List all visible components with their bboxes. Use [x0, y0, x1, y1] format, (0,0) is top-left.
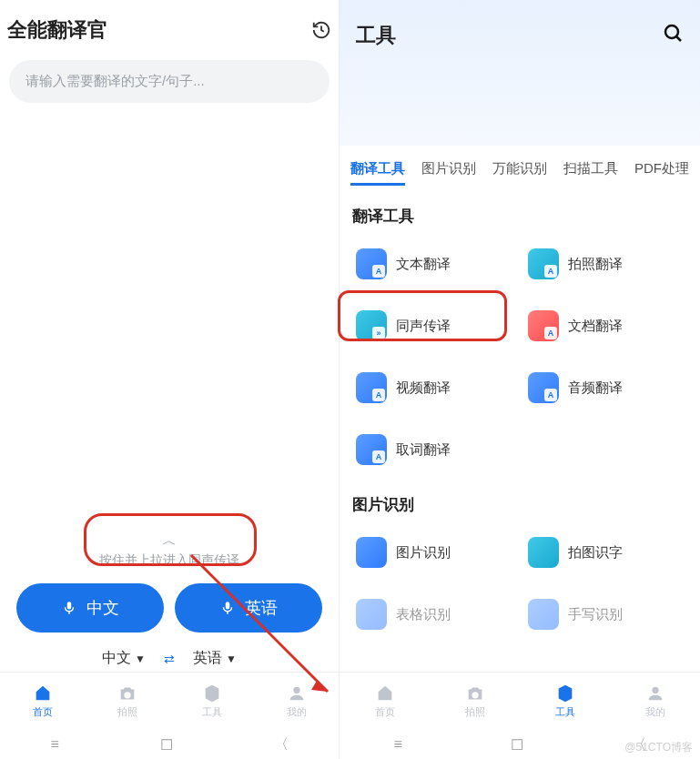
chevron-up-icon: ︿ — [162, 531, 177, 551]
search-icon[interactable] — [662, 22, 684, 44]
voice-icon: » — [356, 310, 387, 341]
tool-handwriting-recognition[interactable]: 手写识别 — [524, 590, 687, 639]
home-sys-icon[interactable]: ☐ — [160, 736, 173, 754]
back-icon[interactable]: 〈 — [274, 735, 289, 754]
svg-line-4 — [676, 36, 681, 41]
tool-image-recognition[interactable]: 图片识别 — [352, 528, 515, 577]
video-icon: A — [356, 372, 387, 403]
camera-icon: A — [528, 248, 559, 279]
handwriting-icon — [528, 599, 559, 630]
cube-icon — [555, 683, 575, 703]
tab-translate-tools[interactable]: 翻译工具 — [350, 160, 405, 186]
home-sys-icon[interactable]: ☐ — [511, 736, 523, 754]
camera-icon — [117, 683, 137, 703]
bottom-nav: 首页 拍照 工具 我的 — [340, 672, 700, 730]
nav-camera[interactable]: 拍照 — [85, 673, 169, 730]
history-icon[interactable] — [311, 20, 331, 40]
system-nav: ≡ ☐ 〈 — [0, 730, 339, 759]
app-title: 全能翻译官 — [7, 16, 107, 44]
category-tabs: 翻译工具 图片识别 万能识别 扫描工具 PDF处理 — [340, 146, 700, 193]
mic-icon — [61, 600, 77, 616]
swap-icon[interactable]: ⇄ — [164, 652, 175, 666]
nav-tools[interactable]: 工具 — [169, 673, 254, 730]
tab-image-recognition[interactable]: 图片识别 — [421, 160, 476, 186]
tool-video-translate[interactable]: A视频翻译 — [352, 363, 515, 412]
watermark: @51CTO博客 — [624, 740, 693, 755]
tool-word-translate[interactable]: A取词翻译 — [352, 425, 515, 474]
word-icon: A — [356, 434, 387, 465]
search-input[interactable]: 请输入需要翻译的文字/句子... — [9, 60, 330, 103]
section-translate-title: 翻译工具 — [340, 193, 700, 232]
doc-icon: A — [528, 310, 559, 341]
recent-icon[interactable]: ≡ — [50, 736, 58, 753]
home-icon — [33, 683, 53, 703]
camera-icon — [465, 683, 485, 703]
tool-table-recognition[interactable]: 表格识别 — [352, 590, 515, 639]
voice-chinese-button[interactable]: 中文 — [16, 583, 164, 632]
bottom-nav: 首页 拍照 工具 我的 — [0, 672, 339, 730]
ocr-icon — [528, 537, 559, 568]
mic-icon — [219, 600, 236, 616]
tool-photo-translate[interactable]: A拍照翻译 — [524, 239, 687, 288]
svg-point-5 — [652, 687, 658, 693]
nav-home[interactable]: 首页 — [0, 673, 85, 730]
tool-doc-translate[interactable]: A文档翻译 — [524, 301, 687, 350]
person-icon — [645, 683, 665, 703]
nav-mine[interactable]: 我的 — [254, 673, 339, 730]
audio-icon: A — [528, 372, 559, 403]
svg-point-3 — [665, 25, 678, 38]
tool-simultaneous-translate[interactable]: »同声传译 — [352, 301, 515, 350]
tab-pdf[interactable]: PDF处理 — [634, 160, 689, 186]
voice-english-button[interactable]: 英语 — [175, 583, 322, 632]
tab-universal-recognition[interactable]: 万能识别 — [492, 160, 547, 186]
home-icon — [375, 683, 395, 703]
section-image-title: 图片识别 — [340, 481, 700, 521]
tool-photo-text[interactable]: 拍图识字 — [524, 528, 687, 577]
nav-home[interactable]: 首页 — [340, 673, 430, 730]
image-icon — [356, 537, 387, 568]
page-title: 工具 — [356, 22, 396, 49]
language-selector[interactable]: 中文▼ ⇄ 英语▼ — [0, 642, 339, 672]
table-icon — [356, 599, 387, 630]
nav-mine[interactable]: 我的 — [610, 673, 700, 730]
nav-tools[interactable]: 工具 — [520, 673, 610, 730]
person-icon — [287, 683, 307, 703]
right-screen: 工具 翻译工具 图片识别 万能识别 扫描工具 PDF处理 翻译工具 A文本翻译 … — [340, 0, 700, 759]
left-screen: 全能翻译官 请输入需要翻译的文字/句子... ︿ 按住并上拉进入同声传译 中文 … — [0, 0, 339, 759]
pull-up-hint[interactable]: ︿ 按住并上拉进入同声传译 — [0, 526, 339, 574]
text-icon: A — [356, 248, 387, 279]
svg-point-0 — [293, 687, 299, 693]
tool-audio-translate[interactable]: A音频翻译 — [524, 363, 687, 412]
cube-icon — [202, 683, 222, 703]
tool-text-translate[interactable]: A文本翻译 — [352, 239, 515, 288]
tab-scan-tools[interactable]: 扫描工具 — [563, 160, 618, 186]
nav-camera[interactable]: 拍照 — [430, 673, 520, 730]
recent-icon[interactable]: ≡ — [393, 736, 401, 753]
